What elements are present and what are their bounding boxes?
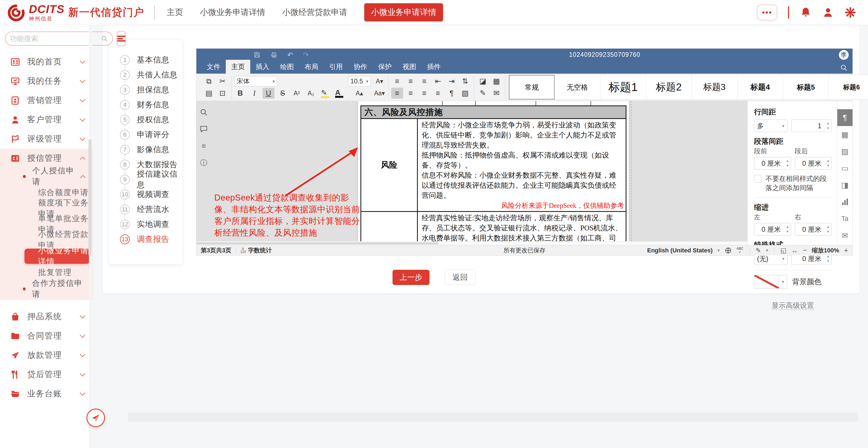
page-indicator[interactable]: 第3页共3页 xyxy=(201,246,231,254)
menu-collapse-button[interactable] xyxy=(117,31,126,46)
font-size-select[interactable]: 10.5▾ xyxy=(348,76,371,87)
menu-draw[interactable]: 绘图 xyxy=(275,60,299,74)
fit-width-icon[interactable]: ↔ xyxy=(791,247,798,254)
nav-micro-detail[interactable]: 小微业务申请详情 xyxy=(200,7,265,18)
gear-icon[interactable] xyxy=(845,7,856,18)
image-panel-icon[interactable]: ▨ xyxy=(837,143,852,160)
nav-micro-loan-apply[interactable]: 小微经营贷款申请 xyxy=(282,7,347,18)
sidebar-item-contracts[interactable]: 合同管理 xyxy=(0,326,93,346)
info-icon[interactable]: ⓘ xyxy=(200,159,208,167)
step-authorization[interactable]: 5授权信息 xyxy=(120,112,183,127)
font-color-button[interactable]: A xyxy=(333,88,345,99)
more-badge[interactable]: ••• xyxy=(757,5,777,21)
bold-button[interactable]: B xyxy=(234,88,246,99)
menu-references[interactable]: 引用 xyxy=(324,60,348,74)
style-heading6[interactable]: 标题6 xyxy=(829,75,868,99)
step-survey-report-active[interactable]: 13调查报告 xyxy=(120,232,183,247)
shape-panel-icon[interactable]: ◨ xyxy=(837,177,852,194)
format-painter-icon[interactable]: ✎ xyxy=(477,88,489,99)
bell-icon[interactable] xyxy=(800,7,811,18)
pilcrow-icon[interactable]: ¶ xyxy=(445,88,458,99)
headings-icon[interactable]: ≡ xyxy=(200,142,208,150)
underline-button[interactable]: U xyxy=(262,88,275,99)
step-video-survey[interactable]: 10视频调查 xyxy=(120,187,183,202)
menu-view[interactable]: 视图 xyxy=(397,60,422,74)
align-center-icon[interactable]: ≡ xyxy=(405,88,417,99)
page-panel-icon[interactable]: ▭ xyxy=(837,160,852,177)
style-heading1[interactable]: 标题1 xyxy=(600,75,646,99)
multilevel-list-icon[interactable]: ≡ xyxy=(418,76,430,87)
style-heading5[interactable]: 标题5 xyxy=(783,75,829,99)
document-page[interactable]: 六、风险及风控措施 风险 经营风险：小微企业市场竞争力弱，易受行业波动（如政策变… xyxy=(358,101,629,241)
textart-panel-icon[interactable]: Ta xyxy=(837,210,852,227)
step-basic-info[interactable]: 1基本信息 xyxy=(120,53,183,67)
sidebar-item-customers[interactable]: 客户管理 xyxy=(0,110,93,129)
line-spacing-select[interactable]: 多▾ xyxy=(754,119,787,132)
paste-icon[interactable]: ▤ xyxy=(203,88,215,99)
track-changes-icon[interactable]: ✎ xyxy=(756,247,761,254)
font-name-select[interactable]: 宋体▾ xyxy=(234,76,277,87)
horizontal-scrollbar[interactable] xyxy=(196,241,747,245)
style-heading2[interactable]: 标题2 xyxy=(646,75,692,99)
mailmerge-panel-icon[interactable]: ✉ xyxy=(837,227,852,244)
sidebar-item-home[interactable]: 我的首页 xyxy=(0,52,93,71)
shading-icon[interactable]: ▦ xyxy=(491,76,502,87)
indent-icon[interactable]: ⇥ xyxy=(445,76,458,87)
sidebar-item-post-loan[interactable]: 贷后管理 xyxy=(0,365,93,384)
step-co-borrower[interactable]: 2共借人信息 xyxy=(120,67,183,82)
table-panel-icon[interactable]: ▦ xyxy=(837,126,852,143)
nav-home[interactable]: 主页 xyxy=(167,7,183,18)
cut-icon[interactable]: ✂ xyxy=(217,76,228,87)
mail-merge-icon[interactable]: ✉ xyxy=(491,88,502,99)
sidebar-item-collateral[interactable]: 押品系统 xyxy=(0,307,93,326)
sidebar-item-micro-detail-active[interactable]: 小微业务申请详情 xyxy=(25,249,90,264)
spacing-after-stepper[interactable]: 0 厘米 ▴▾ xyxy=(795,157,832,170)
style-normal[interactable]: 常规 xyxy=(509,75,555,99)
step-finance[interactable]: 4财务信息 xyxy=(120,97,183,112)
zoom-in-icon[interactable]: + xyxy=(844,246,848,254)
menu-insert[interactable]: 插入 xyxy=(250,60,275,74)
search-input[interactable] xyxy=(10,35,101,43)
sidebar-item-marketing[interactable]: 营销管理 xyxy=(0,91,93,110)
align-left-icon[interactable]: ≡ xyxy=(391,88,403,99)
paragraph-panel-icon[interactable]: ¶ xyxy=(837,109,852,126)
zoom-out-icon[interactable]: − xyxy=(803,246,807,254)
eraser-icon[interactable]: ◪ xyxy=(477,76,489,87)
previous-step-button[interactable]: 上一步 xyxy=(393,270,430,285)
menu-plugins[interactable]: 插件 xyxy=(422,60,446,74)
style-heading3[interactable]: 标题3 xyxy=(692,75,738,99)
undo-icon[interactable]: ↶ xyxy=(287,51,293,59)
outdent-icon[interactable]: ⇤ xyxy=(432,76,444,87)
find-icon[interactable] xyxy=(200,108,208,116)
highlight-pen-button[interactable]: ✎ xyxy=(319,88,331,99)
sidebar-item-personal-credit[interactable]: 个人授信申请 xyxy=(0,168,93,185)
comment-icon[interactable] xyxy=(200,125,208,133)
sidebar-item-partner-credit[interactable]: 合作方授信申请 xyxy=(0,280,93,297)
step-guarantee[interactable]: 3担保信息 xyxy=(120,82,183,97)
subscript-button[interactable]: A₂ xyxy=(305,88,317,99)
spacing-before-stepper[interactable]: 0 厘米 ▴▾ xyxy=(754,157,791,170)
sidebar-scrollbar[interactable] xyxy=(89,25,92,448)
menu-protect[interactable]: 保护 xyxy=(373,60,397,74)
editor-search-icon[interactable] xyxy=(840,64,847,71)
line-spacing-value-stepper[interactable]: 1 ▴▾ xyxy=(791,119,832,132)
collapse-circle-button[interactable] xyxy=(87,409,105,427)
bullet-list-icon[interactable]: ≡ xyxy=(391,76,403,87)
save-icon[interactable] xyxy=(253,51,260,59)
language-select[interactable]: English (United States) xyxy=(647,247,713,254)
sidebar-item-disbursement[interactable]: 放款管理 xyxy=(0,346,93,365)
fill-color-icon[interactable]: ▨ xyxy=(459,88,471,99)
indent-left-stepper[interactable]: 0 厘米 ▴▾ xyxy=(754,223,791,236)
menu-file[interactable]: 文件 xyxy=(201,60,226,74)
indent-right-stepper[interactable]: 0 厘米 ▴▾ xyxy=(795,223,832,236)
user-icon[interactable] xyxy=(822,7,834,18)
fit-page-icon[interactable]: ◱ xyxy=(780,247,787,254)
zoom-level[interactable]: 缩放100% xyxy=(812,246,839,254)
nav-active-tab[interactable]: 小微业务申请详情 xyxy=(364,3,443,22)
step-imaging[interactable]: 7影像信息 xyxy=(120,142,183,157)
menu-home[interactable]: 主页 xyxy=(226,60,250,74)
menu-collaboration[interactable]: 协作 xyxy=(348,60,373,74)
back-button[interactable]: 返回 xyxy=(445,270,476,285)
style-no-spacing[interactable]: 无空格 xyxy=(555,75,600,99)
grow-font-icon[interactable]: A▴ xyxy=(348,88,371,99)
